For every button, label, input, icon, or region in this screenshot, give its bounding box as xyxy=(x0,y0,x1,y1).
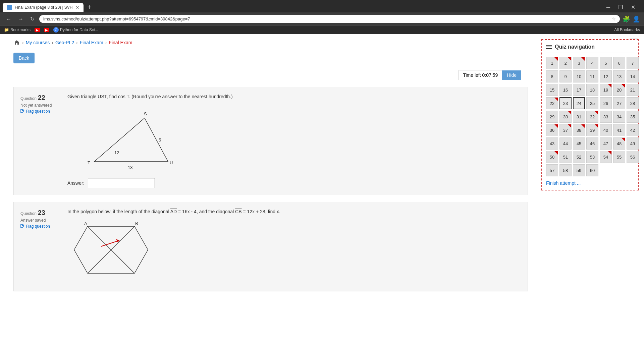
active-tab[interactable]: Final Exam (page 8 of 20) | SVH ✕ xyxy=(3,3,84,12)
nav-btn-33[interactable]: 33 xyxy=(600,111,612,123)
nav-btn-2[interactable]: 2 xyxy=(559,57,572,69)
profile-icon[interactable]: 👤 xyxy=(633,15,640,23)
all-bookmarks[interactable]: All Bookmarks xyxy=(614,27,640,32)
tab-bar: Final Exam (page 8 of 20) | SVH ✕ + ─ ❐ … xyxy=(0,0,644,12)
nav-btn-20[interactable]: 20 xyxy=(613,84,625,96)
nav-btn-47[interactable]: 47 xyxy=(600,137,612,150)
nav-btn-48[interactable]: 48 xyxy=(613,137,625,150)
back-nav-button[interactable]: ← xyxy=(4,15,13,23)
quiz-navigation-panel: Quiz navigation 123456789101112131415161… xyxy=(541,39,639,190)
nav-btn-21[interactable]: 21 xyxy=(627,84,639,96)
nav-btn-45[interactable]: 45 xyxy=(573,137,585,150)
nav-btn-52[interactable]: 52 xyxy=(573,151,585,163)
breadcrumb-mycourses[interactable]: My courses xyxy=(26,40,50,45)
nav-btn-22[interactable]: 22 xyxy=(546,97,558,109)
nav-btn-50[interactable]: 50 xyxy=(546,151,558,163)
nav-btn-41[interactable]: 41 xyxy=(613,124,625,136)
nav-btn-57[interactable]: 57 xyxy=(546,164,558,176)
nav-btn-36[interactable]: 36 xyxy=(546,124,558,136)
nav-btn-1[interactable]: 1 xyxy=(546,57,558,69)
nav-btn-54[interactable]: 54 xyxy=(600,151,612,163)
nav-btn-58[interactable]: 58 xyxy=(559,164,572,176)
breadcrumb-finalexam2[interactable]: Final Exam xyxy=(109,40,132,45)
nav-btn-30[interactable]: 30 xyxy=(559,111,572,123)
nav-btn-34[interactable]: 34 xyxy=(613,111,625,123)
vertex-s-label: S xyxy=(144,111,147,116)
nav-btn-13[interactable]: 13 xyxy=(613,70,625,82)
bookmark-yt2[interactable]: ▶ xyxy=(44,28,49,32)
nav-btn-18[interactable]: 18 xyxy=(586,84,598,96)
home-icon[interactable] xyxy=(13,39,20,46)
nav-btn-31[interactable]: 31 xyxy=(573,111,585,123)
nav-btn-12[interactable]: 12 xyxy=(600,70,612,82)
nav-btn-44[interactable]: 44 xyxy=(559,137,572,150)
nav-btn-27[interactable]: 27 xyxy=(613,97,625,109)
nav-btn-39[interactable]: 39 xyxy=(586,124,598,136)
nav-btn-10[interactable]: 10 xyxy=(573,70,585,82)
yt-icon2: ▶ xyxy=(44,28,49,32)
nav-btn-38[interactable]: 38 xyxy=(573,124,585,136)
nav-btn-4[interactable]: 4 xyxy=(586,57,598,69)
maximize-button[interactable]: ❐ xyxy=(616,3,625,12)
tab-close-button[interactable]: ✕ xyxy=(75,5,79,10)
nav-btn-46[interactable]: 46 xyxy=(586,137,598,150)
back-button[interactable]: Back xyxy=(13,53,35,63)
nav-btn-8[interactable]: 8 xyxy=(546,70,558,82)
extensions-icon[interactable]: 🧩 xyxy=(623,15,630,23)
nav-btn-29[interactable]: 29 xyxy=(546,111,558,123)
nav-btn-15[interactable]: 15 xyxy=(546,84,558,96)
nav-btn-17[interactable]: 17 xyxy=(573,84,585,96)
side-right-label: 5 xyxy=(159,137,161,142)
nav-btn-28[interactable]: 28 xyxy=(627,97,639,109)
breadcrumb-geopt2[interactable]: Geo-Pt 2 xyxy=(55,40,74,45)
nav-btn-3[interactable]: 3 xyxy=(573,57,585,69)
url-text: lms.svhs.co/mod/quiz/attempt.php?attempt… xyxy=(43,16,609,21)
breadcrumb-finalexam1[interactable]: Final Exam xyxy=(80,40,103,45)
hamburger-icon[interactable] xyxy=(546,45,552,49)
nav-btn-9[interactable]: 9 xyxy=(559,70,572,82)
q22-answer-input[interactable] xyxy=(88,178,155,188)
svg-text:A: A xyxy=(84,221,87,226)
nav-btn-19[interactable]: 19 xyxy=(600,84,612,96)
nav-btn-23[interactable]: 23 xyxy=(559,97,572,109)
bookmark-coursera[interactable]: C Python for Data Sci... xyxy=(53,27,98,33)
bookmark-yt1[interactable]: ▶ xyxy=(35,28,40,32)
nav-btn-60[interactable]: 60 xyxy=(586,164,598,176)
nav-btn-32[interactable]: 32 xyxy=(586,111,598,123)
nav-btn-53[interactable]: 53 xyxy=(586,151,598,163)
nav-btn-49[interactable]: 49 xyxy=(627,137,639,150)
tab-icon xyxy=(7,5,12,10)
close-browser-button[interactable]: ✕ xyxy=(629,3,637,12)
forward-nav-button[interactable]: → xyxy=(16,15,25,23)
nav-btn-37[interactable]: 37 xyxy=(559,124,572,136)
nav-btn-25[interactable]: 25 xyxy=(586,97,598,109)
nav-btn-55[interactable]: 55 xyxy=(613,151,625,163)
q22-answer-row: Answer: xyxy=(67,178,521,188)
hide-button[interactable]: Hide xyxy=(502,70,521,80)
url-bar[interactable]: lms.svhs.co/mod/quiz/attempt.php?attempt… xyxy=(39,15,620,23)
nav-btn-14[interactable]: 14 xyxy=(627,70,639,82)
new-tab-button[interactable]: + xyxy=(85,2,94,12)
nav-btn-7[interactable]: 7 xyxy=(627,57,639,69)
flag-q22-button[interactable]: Flag question xyxy=(20,109,61,114)
nav-btn-11[interactable]: 11 xyxy=(586,70,598,82)
bookmarks-folder[interactable]: 📁 Bookmarks xyxy=(4,27,31,32)
nav-btn-56[interactable]: 56 xyxy=(627,151,639,163)
nav-btn-35[interactable]: 35 xyxy=(627,111,639,123)
reload-button[interactable]: ↻ xyxy=(28,14,37,23)
nav-btn-16[interactable]: 16 xyxy=(559,84,572,96)
nav-btn-51[interactable]: 51 xyxy=(559,151,572,163)
nav-btn-5[interactable]: 5 xyxy=(600,57,612,69)
question-23-content: In the polygon below, if the length of t… xyxy=(67,209,521,284)
flag-q23-button[interactable]: Flag question xyxy=(20,224,61,229)
finish-attempt-link[interactable]: Finish attempt ... xyxy=(546,180,634,186)
nav-btn-43[interactable]: 43 xyxy=(546,137,558,150)
minimize-button[interactable]: ─ xyxy=(604,3,612,12)
nav-btn-24[interactable]: 24 xyxy=(573,97,585,109)
nav-btn-42[interactable]: 42 xyxy=(627,124,639,136)
bookmark-star-icon[interactable]: ☆ xyxy=(612,16,616,21)
nav-btn-26[interactable]: 26 xyxy=(600,97,612,109)
nav-btn-6[interactable]: 6 xyxy=(613,57,625,69)
nav-btn-59[interactable]: 59 xyxy=(573,164,585,176)
nav-btn-40[interactable]: 40 xyxy=(600,124,612,136)
